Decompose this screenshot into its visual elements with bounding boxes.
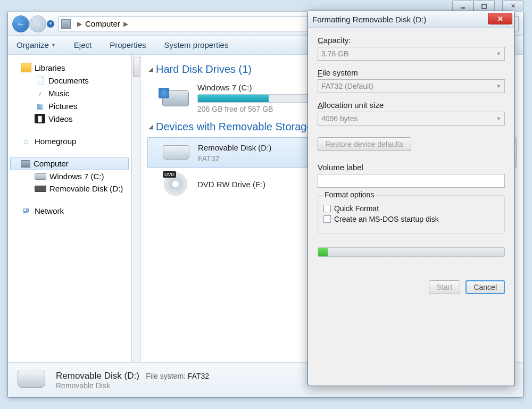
dialog-close-button[interactable]: ✕ bbox=[488, 13, 512, 24]
chevron-down-icon: ▼ bbox=[496, 84, 501, 89]
filesystem-select[interactable]: FAT32 (Default)▼ bbox=[318, 79, 505, 93]
computer-icon bbox=[21, 160, 30, 168]
organize-menu[interactable]: Organize▼ bbox=[16, 40, 56, 49]
details-subtitle: Removable Disk bbox=[56, 381, 209, 390]
tree-documents[interactable]: 📄Documents bbox=[10, 74, 129, 87]
hdd-icon bbox=[162, 90, 189, 106]
chevron-down-icon: ▼ bbox=[51, 43, 56, 48]
removable-icon bbox=[163, 145, 189, 160]
tree-libraries[interactable]: Libraries bbox=[10, 61, 129, 74]
tree-music[interactable]: ♪Music bbox=[10, 87, 129, 99]
minimize-button[interactable] bbox=[452, 1, 473, 11]
tree-drive-c[interactable]: Windows 7 (C:) bbox=[10, 170, 129, 182]
chevron-down-icon: ▼ bbox=[496, 51, 501, 56]
format-options-group: Format options Quick Format Create an MS… bbox=[318, 195, 505, 233]
forward-button[interactable]: → bbox=[29, 15, 46, 32]
maximize-button[interactable] bbox=[473, 1, 495, 11]
drive-title: Removable Disk (D:) bbox=[198, 143, 271, 152]
svg-rect-0 bbox=[461, 7, 465, 9]
tree-computer[interactable]: Computer bbox=[10, 157, 129, 170]
breadcrumb-root[interactable]: Computer bbox=[85, 19, 120, 28]
properties-button[interactable]: Properties bbox=[110, 40, 146, 49]
dvd-icon bbox=[164, 172, 187, 196]
navigation-pane: Libraries 📄Documents ♪Music ▦Pictures ▐▌… bbox=[8, 55, 131, 362]
collapse-icon: ◢ bbox=[148, 123, 153, 130]
drive-title: Windows 7 (C:) bbox=[197, 83, 309, 92]
tree-homegroup[interactable]: ⌂Homegroup bbox=[10, 135, 129, 147]
capacity-label: Capacity: bbox=[318, 36, 505, 45]
filesystem-label: File system bbox=[318, 68, 505, 77]
pictures-icon: ▦ bbox=[35, 101, 45, 111]
removable-icon bbox=[18, 371, 45, 388]
homegroup-icon: ⌂ bbox=[21, 136, 31, 146]
breadcrumb-sep-icon: ▶ bbox=[77, 20, 82, 28]
tree-pictures[interactable]: ▦Pictures bbox=[10, 99, 129, 112]
drive-free-text: 206 GB free of 567 GB bbox=[197, 105, 309, 113]
splitter[interactable] bbox=[131, 55, 141, 362]
restore-defaults-button[interactable]: Restore device defaults bbox=[318, 137, 411, 151]
breadcrumb-sep-icon: ▶ bbox=[123, 20, 128, 28]
tree-drive-d[interactable]: Removable Disk (D:) bbox=[10, 182, 129, 195]
tree-videos[interactable]: ▐▌Videos bbox=[10, 112, 129, 125]
collapse-icon: ◢ bbox=[148, 66, 153, 73]
tree-network[interactable]: 🖳Network bbox=[10, 204, 129, 217]
allocation-select[interactable]: 4096 bytes▼ bbox=[318, 112, 505, 126]
format-options-legend: Format options bbox=[322, 190, 376, 199]
allocation-label: Allocation unit size bbox=[318, 101, 505, 110]
music-icon: ♪ bbox=[35, 88, 45, 98]
close-button[interactable]: ✕ bbox=[502, 1, 523, 11]
dialog-title: Formatting Removable Disk (D:) bbox=[312, 15, 426, 24]
quick-format-checkbox[interactable]: Quick Format bbox=[323, 204, 499, 213]
details-title: Removable Disk (D:) bbox=[56, 371, 139, 381]
svg-rect-1 bbox=[482, 4, 486, 9]
chevron-down-icon: ▼ bbox=[496, 116, 501, 121]
nav-history-dropdown[interactable]: ▼ bbox=[47, 20, 54, 28]
cancel-button[interactable]: Cancel bbox=[466, 280, 505, 294]
dialog-titlebar[interactable]: Formatting Removable Disk (D:) ✕ bbox=[308, 11, 514, 28]
drive-title: DVD RW Drive (E:) bbox=[197, 180, 265, 189]
window-controls: ✕ bbox=[452, 1, 523, 11]
back-button[interactable]: ← bbox=[12, 15, 29, 32]
libraries-icon bbox=[21, 63, 31, 72]
capacity-bar bbox=[197, 94, 309, 103]
videos-icon: ▐▌ bbox=[35, 114, 45, 123]
volume-label-label: Volume label bbox=[318, 163, 505, 172]
format-dialog: Formatting Removable Disk (D:) ✕ Capacit… bbox=[307, 11, 515, 386]
computer-icon bbox=[61, 19, 71, 29]
removable-drive-icon bbox=[35, 186, 46, 192]
system-properties-button[interactable]: System properties bbox=[164, 40, 229, 49]
drive-icon bbox=[35, 173, 46, 180]
scrollbar-thumb[interactable] bbox=[133, 57, 139, 77]
drive-fs: FAT32 bbox=[198, 154, 271, 163]
network-icon: 🖳 bbox=[21, 206, 31, 215]
msdos-checkbox[interactable]: Create an MS-DOS startup disk bbox=[323, 215, 499, 223]
documents-icon: 📄 bbox=[35, 76, 45, 85]
start-button[interactable]: Start bbox=[429, 280, 461, 294]
format-progress bbox=[318, 247, 505, 257]
volume-label-input[interactable] bbox=[318, 174, 505, 188]
eject-button[interactable]: Eject bbox=[74, 40, 92, 49]
capacity-select[interactable]: 3.76 GB▼ bbox=[318, 47, 505, 61]
